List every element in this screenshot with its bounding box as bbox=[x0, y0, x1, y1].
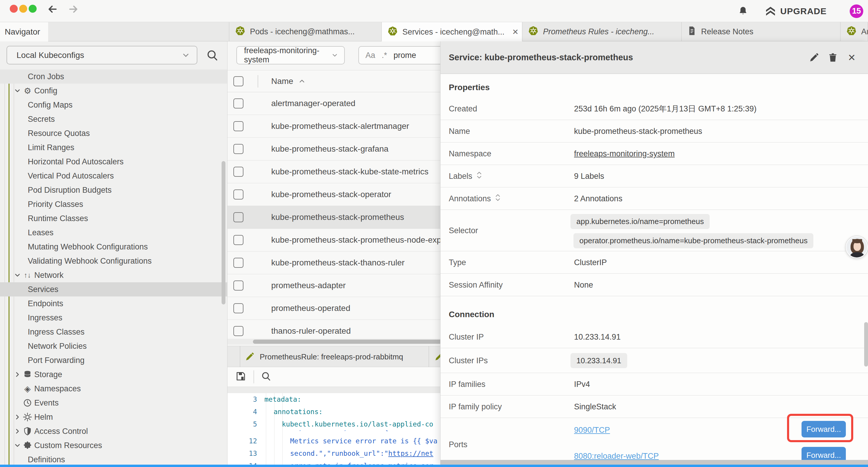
chevron-down-icon[interactable] bbox=[13, 441, 22, 450]
minimize-window-button[interactable] bbox=[19, 5, 27, 13]
row-checkbox[interactable] bbox=[234, 98, 243, 109]
table-row[interactable]: kube-prometheus-stack-thanos-ruler bbox=[227, 252, 458, 274]
sidebar-item-access-control[interactable]: Access Control bbox=[0, 424, 227, 438]
code-text: second.","runbook_url":"https://net bbox=[290, 449, 433, 457]
editor-search-button[interactable] bbox=[260, 371, 272, 383]
table-row[interactable]: kube-prometheus-stack-prometheus bbox=[227, 206, 458, 229]
tab-services-icecheng-math[interactable]: Services - icecheng@math...✕ bbox=[382, 22, 522, 42]
kubeconfig-selector[interactable]: Local Kubeconfigs bbox=[6, 46, 197, 64]
sidebar-item-pod-disruption-budgets[interactable]: Pod Disruption Budgets bbox=[0, 183, 227, 197]
yaml-editor[interactable]: 3metadata:4annotations:5kubectl.kubernet… bbox=[227, 393, 458, 467]
row-checkbox[interactable] bbox=[234, 258, 243, 268]
sidebar-item-endpoints[interactable]: Endpoints bbox=[0, 296, 227, 311]
sidebar-item-events[interactable]: Events bbox=[0, 396, 227, 410]
forward-button-highlighted[interactable]: Forward... bbox=[802, 421, 846, 437]
sidebar-item-services[interactable]: Services bbox=[0, 282, 227, 296]
row-checkbox[interactable] bbox=[234, 144, 243, 154]
sidebar-item-secrets[interactable]: Secrets bbox=[0, 112, 227, 126]
table-row[interactable]: kube-prometheus-stack-prometheus-node-ex… bbox=[227, 229, 458, 252]
sidebar-item-mutating-webhook-configurations[interactable]: Mutating Webhook Configurations bbox=[0, 240, 227, 254]
table-row[interactable]: kube-prometheus-stack-alertmanager bbox=[227, 115, 458, 138]
delete-trash-icon[interactable] bbox=[828, 52, 838, 63]
drawer-scrollbar-thumb[interactable] bbox=[864, 322, 868, 367]
sidebar-item-resource-quotas[interactable]: Resource Quotas bbox=[0, 126, 227, 140]
chevron-right-icon[interactable] bbox=[13, 427, 22, 436]
sidebar-item-config-maps[interactable]: Config Maps bbox=[0, 98, 227, 112]
namespace-link[interactable]: freeleaps-monitoring-system bbox=[574, 149, 675, 158]
maximize-window-button[interactable] bbox=[29, 5, 37, 13]
namespace-filter-dropdown[interactable]: freeleaps-monitoring-system bbox=[236, 46, 345, 64]
sidebar-item-cron-jobs[interactable]: Cron Jobs bbox=[0, 69, 227, 84]
sidebar-item-label: Network Policies bbox=[0, 342, 87, 351]
table-row[interactable]: prometheus-operated bbox=[227, 297, 458, 320]
table-row[interactable]: prometheus-adapter bbox=[227, 274, 458, 297]
editor-tab-prometheusrule[interactable]: PrometheusRule: freeleaps-prod-rabbitmq bbox=[240, 346, 429, 368]
sidebar-item-helm[interactable]: Helm bbox=[0, 410, 227, 424]
sidebar-item-ingresses[interactable]: Ingresses bbox=[0, 311, 227, 325]
tab-argo-se[interactable]: Argo Se bbox=[840, 22, 868, 41]
sidebar-item-validating-webhook-configurations[interactable]: Validating Webhook Configurations bbox=[0, 254, 227, 268]
chevron-right-icon[interactable] bbox=[13, 370, 22, 379]
sidebar-item-port-forwarding[interactable]: Port Forwarding bbox=[0, 353, 227, 368]
forward-arrow-icon[interactable] bbox=[67, 3, 79, 15]
sidebar-search-icon[interactable] bbox=[206, 49, 219, 62]
sidebar-item-limit-ranges[interactable]: Limit Ranges bbox=[0, 140, 227, 154]
regex-toggle[interactable]: .* bbox=[382, 51, 387, 60]
sidebar-item-ingress-classes[interactable]: Ingress Classes bbox=[0, 325, 227, 339]
port-link[interactable]: 8080:reloader-web/TCP bbox=[574, 451, 659, 461]
row-checkbox[interactable] bbox=[234, 167, 243, 177]
table-row[interactable]: kube-prometheus-stack-operator bbox=[227, 183, 458, 206]
edit-pencil-icon bbox=[245, 352, 254, 361]
row-checkbox[interactable] bbox=[234, 121, 243, 131]
close-window-button[interactable] bbox=[10, 5, 18, 13]
tab-pods-icecheng-mathmas[interactable]: Pods - icecheng@mathmas... bbox=[229, 22, 382, 41]
row-checkbox[interactable] bbox=[234, 326, 243, 336]
close-tab-icon[interactable]: ✕ bbox=[512, 28, 519, 37]
shield-icon bbox=[23, 426, 32, 436]
row-checkbox[interactable] bbox=[234, 303, 243, 313]
chevron-down-icon[interactable] bbox=[13, 86, 22, 95]
sort-updown-icon[interactable] bbox=[495, 193, 501, 204]
row-checkbox[interactable] bbox=[234, 189, 243, 200]
sidebar-item-network-policies[interactable]: Network Policies bbox=[0, 339, 227, 353]
table-row[interactable]: kube-prometheus-stack-grafana bbox=[227, 138, 458, 160]
sidebar-item-priority-classes[interactable]: Priority Classes bbox=[0, 197, 227, 211]
name-column-header[interactable]: Name bbox=[271, 77, 306, 86]
sidebar-item-runtime-classes[interactable]: Runtime Classes bbox=[0, 211, 227, 226]
detail-label: Namespace bbox=[449, 149, 491, 158]
sidebar-item-config[interactable]: ⚙Config bbox=[0, 84, 227, 98]
tab-prometheus-rules-icecheng[interactable]: Prometheus Rules - icecheng... bbox=[522, 22, 682, 41]
match-case-toggle[interactable]: Aa bbox=[366, 51, 375, 60]
row-checkbox[interactable] bbox=[234, 235, 243, 245]
close-icon[interactable]: ✕ bbox=[846, 52, 857, 63]
table-row[interactable]: kube-prometheus-stack-kube-state-metrics bbox=[227, 160, 458, 183]
code-link[interactable]: https://net bbox=[388, 449, 433, 457]
notification-count-badge[interactable]: 15 bbox=[850, 4, 863, 18]
row-checkbox[interactable] bbox=[234, 212, 243, 222]
edit-pencil-icon[interactable] bbox=[809, 52, 819, 63]
user-avatar[interactable] bbox=[845, 236, 868, 258]
sidebar-item-network[interactable]: ↑↓Network bbox=[0, 268, 227, 282]
scrollbar-thumb[interactable] bbox=[253, 340, 458, 344]
chevron-right-icon[interactable] bbox=[13, 413, 22, 421]
sidebar-item-vertical-pod-autoscalers[interactable]: Vertical Pod Autoscalers bbox=[0, 169, 227, 183]
sidebar-item-namespaces[interactable]: ◈Namespaces bbox=[0, 382, 227, 396]
select-all-checkbox[interactable] bbox=[234, 76, 243, 86]
navigator-panel-tab[interactable]: Navigator bbox=[0, 22, 48, 41]
table-row[interactable]: alertmanager-operated bbox=[227, 92, 458, 115]
row-checkbox[interactable] bbox=[234, 281, 243, 291]
sidebar-item-storage[interactable]: Storage bbox=[0, 368, 227, 382]
sidebar-item-horizontal-pod-autoscalers[interactable]: Horizontal Pod Autoscalers bbox=[0, 154, 227, 169]
notifications-bell-icon[interactable] bbox=[738, 6, 748, 17]
drawer-horizontal-scrollbar[interactable] bbox=[440, 460, 868, 465]
sidebar-scrollbar[interactable] bbox=[222, 161, 225, 304]
port-link[interactable]: 9090/TCP bbox=[574, 426, 610, 435]
chevron-down-icon[interactable] bbox=[13, 271, 22, 280]
back-arrow-icon[interactable] bbox=[47, 3, 59, 15]
sort-updown-icon[interactable] bbox=[476, 171, 483, 181]
sidebar-item-custom-resources[interactable]: Custom Resources bbox=[0, 438, 227, 453]
upgrade-button[interactable]: UPGRADE bbox=[765, 6, 827, 17]
sidebar-item-leases[interactable]: Leases bbox=[0, 226, 227, 240]
tab-release-notes[interactable]: Release Notes bbox=[682, 22, 840, 41]
save-button[interactable] bbox=[235, 371, 246, 383]
